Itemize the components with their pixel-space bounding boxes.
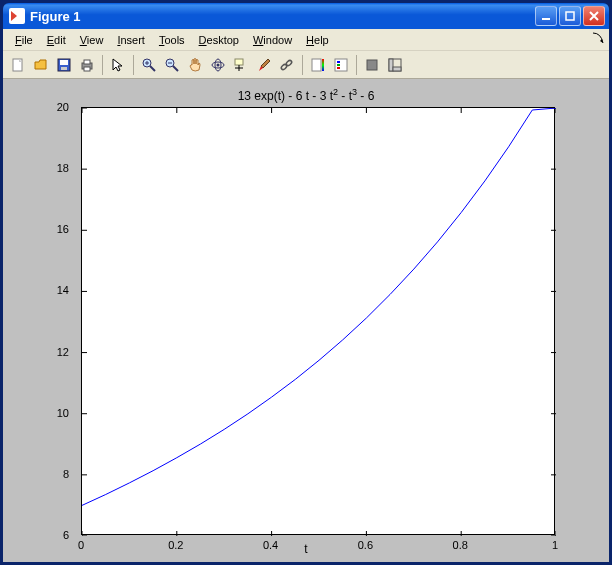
menubar: File Edit View Insert Tools Desktop Wind…	[3, 29, 609, 51]
window-frame: Figure 1 File Edit View Insert Tools Des…	[0, 0, 612, 565]
y-tick-label: 18	[39, 162, 69, 174]
menu-edit[interactable]: Edit	[41, 32, 72, 48]
close-button[interactable]	[583, 6, 605, 26]
dock-arrow-icon[interactable]	[591, 31, 605, 45]
print-icon	[79, 57, 95, 73]
maximize-button[interactable]	[559, 6, 581, 26]
menu-window[interactable]: Window	[247, 32, 298, 48]
minimize-button[interactable]	[535, 6, 557, 26]
pan-hand-icon	[187, 57, 203, 73]
menu-desktop[interactable]: Desktop	[193, 32, 245, 48]
y-tick-label: 20	[39, 101, 69, 113]
zoom-out-icon	[164, 57, 180, 73]
chart-title: 13 exp(t) - 6 t - 3 t2 - t3 - 6	[3, 87, 609, 103]
rotate-3d-icon	[210, 57, 226, 73]
svg-rect-5	[61, 67, 67, 70]
y-tick-label: 16	[39, 223, 69, 235]
figure-canvas[interactable]: 13 exp(t) - 6 t - 3 t2 - t3 - 6 68101214…	[3, 79, 609, 562]
chart-xlabel: t	[3, 542, 609, 556]
svg-rect-7	[84, 60, 90, 64]
svg-rect-32	[389, 59, 393, 71]
svg-rect-4	[60, 60, 68, 65]
app-icon	[9, 8, 25, 24]
y-tick-label: 8	[39, 468, 69, 480]
close-icon	[588, 10, 600, 22]
y-tick-label: 12	[39, 346, 69, 358]
colorbar-icon	[310, 57, 326, 73]
save-icon	[56, 57, 72, 73]
insert-colorbar-button[interactable]	[307, 54, 329, 76]
open-button[interactable]	[30, 54, 52, 76]
print-button[interactable]	[76, 54, 98, 76]
save-button[interactable]	[53, 54, 75, 76]
toolbar	[3, 51, 609, 79]
hide-plot-tools-button[interactable]	[361, 54, 383, 76]
svg-point-18	[217, 63, 220, 66]
plot-svg	[82, 108, 556, 536]
new-file-icon	[10, 57, 26, 73]
zoom-in-button[interactable]	[138, 54, 160, 76]
svg-rect-30	[367, 60, 377, 70]
brush-button[interactable]	[253, 54, 275, 76]
zoom-in-icon	[141, 57, 157, 73]
window-buttons	[535, 6, 605, 26]
legend-icon	[333, 57, 349, 73]
edit-plot-button[interactable]	[107, 54, 129, 76]
svg-rect-1	[566, 12, 574, 20]
plot-axes[interactable]	[81, 107, 555, 535]
menu-tools[interactable]: Tools	[153, 32, 191, 48]
plot-tools-off-icon	[364, 57, 380, 73]
link-icon	[279, 57, 295, 73]
brush-icon	[256, 57, 272, 73]
y-tick-label: 10	[39, 407, 69, 419]
window-client-area: File Edit View Insert Tools Desktop Wind…	[3, 29, 609, 562]
svg-rect-26	[335, 59, 347, 71]
menu-view[interactable]: View	[74, 32, 110, 48]
svg-rect-25	[322, 59, 324, 71]
plot-tools-on-icon	[387, 57, 403, 73]
menu-help[interactable]: Help	[300, 32, 335, 48]
toolbar-separator	[102, 55, 103, 75]
insert-legend-button[interactable]	[330, 54, 352, 76]
zoom-out-button[interactable]	[161, 54, 183, 76]
svg-rect-33	[393, 67, 401, 71]
titlebar[interactable]: Figure 1	[3, 3, 609, 29]
svg-line-10	[150, 66, 155, 71]
svg-rect-8	[84, 67, 90, 71]
svg-line-14	[173, 66, 178, 71]
svg-rect-24	[312, 59, 321, 71]
svg-rect-0	[542, 18, 550, 20]
svg-rect-19	[235, 59, 243, 65]
y-tick-label: 14	[39, 284, 69, 296]
menu-file[interactable]: File	[9, 32, 39, 48]
rotate-3d-button[interactable]	[207, 54, 229, 76]
toolbar-separator	[133, 55, 134, 75]
y-tick-label: 6	[39, 529, 69, 541]
toolbar-separator	[302, 55, 303, 75]
window-title: Figure 1	[30, 9, 535, 24]
menu-insert[interactable]: Insert	[111, 32, 151, 48]
show-plot-tools-button[interactable]	[384, 54, 406, 76]
minimize-icon	[540, 10, 552, 22]
data-cursor-icon	[233, 57, 249, 73]
svg-point-23	[285, 59, 292, 66]
open-folder-icon	[33, 57, 49, 73]
new-figure-button[interactable]	[7, 54, 29, 76]
maximize-icon	[564, 10, 576, 22]
pan-button[interactable]	[184, 54, 206, 76]
link-data-button[interactable]	[276, 54, 298, 76]
data-cursor-button[interactable]	[230, 54, 252, 76]
arrow-cursor-icon	[110, 57, 126, 73]
toolbar-separator	[356, 55, 357, 75]
